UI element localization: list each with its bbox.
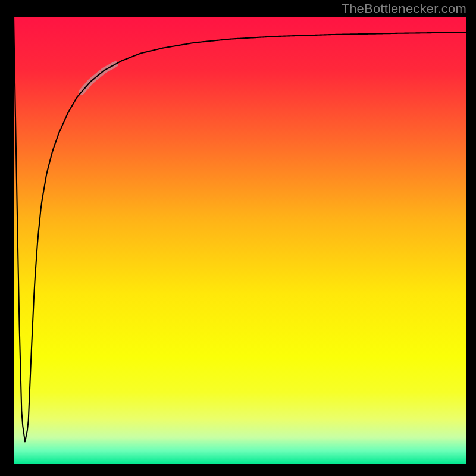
attribution-text: TheBottlenecker.com xyxy=(342,1,466,17)
plot-background xyxy=(14,17,466,464)
chart-svg xyxy=(0,0,476,476)
chart-container: TheBottlenecker.com xyxy=(0,0,476,476)
